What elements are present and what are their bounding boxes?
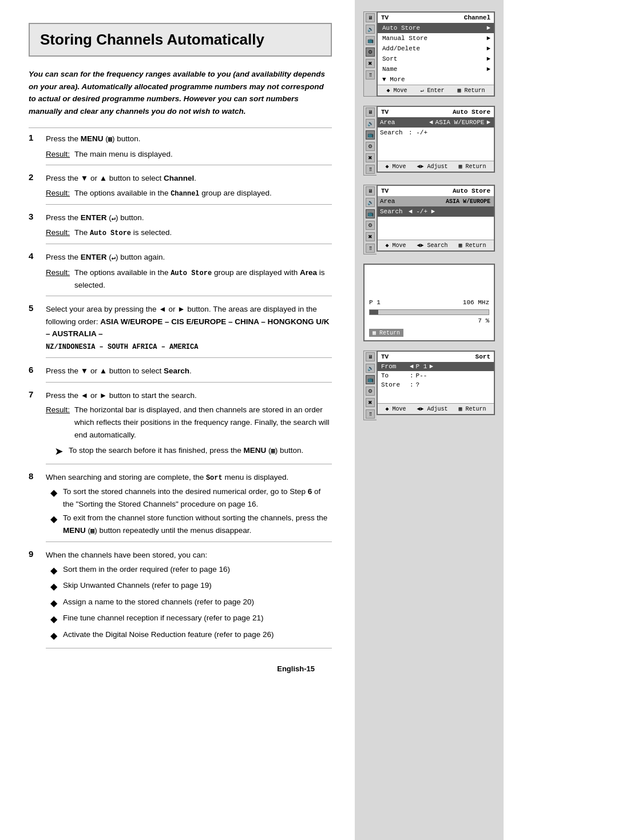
screen5-from-row: From ◄ P 1 ► [378, 362, 494, 371]
icon-channel: 📺 [366, 36, 375, 45]
screen5-store-label: Store [381, 381, 410, 388]
step-num-5: 5 [29, 303, 39, 363]
bullet-icon-9-3: ◆ [50, 596, 58, 611]
screen1-row-5: Name ► [378, 64, 494, 74]
result-label-2: Result: [46, 187, 70, 200]
icon5-speaker: 🔊 [366, 364, 375, 373]
step-3-result: Result: The Auto Store is selected. [46, 226, 332, 239]
screen3-area-value: ASIA W/EUROPE [446, 198, 490, 205]
step-6-instruction: Press the ▼ or ▲ button to select Search… [46, 365, 332, 377]
steps-list: 1 Press the MENU (▦) button. Result: The… [29, 133, 332, 652]
screen1-footer: ◆ Move ↵ Enter ▦ Return [378, 85, 494, 95]
icon-extra1: ✖ [366, 59, 375, 68]
progress-pct: 7 % [369, 317, 489, 324]
intro-paragraph: You can scan for the frequency ranges av… [29, 68, 332, 117]
screen5-footer: ◆ Move ◄► Adjust ▦ Return [378, 403, 494, 414]
page-footer: English-15 [29, 664, 332, 673]
bullet-icon-1: ◆ [50, 485, 58, 500]
step-9-bullet-1-text: Sort them in the order required (refer t… [63, 563, 230, 576]
step-1-instruction: Press the MENU (▦) button. [46, 133, 332, 145]
bullet-icon-9-2: ◆ [50, 579, 58, 594]
step-num-3: 3 [29, 212, 39, 249]
screen3-footer-search: ◄► Search [417, 242, 447, 249]
icon2-picture: 🖥 [366, 108, 375, 117]
step-1-content: Press the MENU (▦) button. Result: The m… [46, 133, 332, 170]
screen1-container: 🖥 🔊 📺 ⚙ ✖ ⣿ TV Channel Auto Store ► [363, 11, 495, 97]
screen4-freq: 106 MHz [463, 299, 489, 306]
step-3-content: Press the ENTER (↵) button. Result: The … [46, 212, 332, 249]
step-7-instruction: Press the ◄ or ► button to start the sea… [46, 389, 332, 402]
screen2-spacer [378, 138, 494, 161]
screen5-main: TV Sort From ◄ P 1 ► To : P-- Store : ? [377, 351, 495, 420]
screen2-main: TV Auto Store Area ◄ ASIA W/EUROPE ► Sea… [377, 106, 495, 176]
icon-extra2: ⣿ [366, 70, 375, 79]
icon3-picture: 🖥 [366, 186, 375, 196]
screen4-container: P 1 106 MHz 7 % ▦ Return [363, 264, 495, 341]
step-7-note-text: To stop the search before it has finishe… [69, 444, 303, 457]
screen3-header: TV Auto Store [378, 186, 494, 196]
icon3-channel: 📺 [366, 209, 375, 218]
step-num-7: 7 [29, 389, 39, 469]
screen3-search-value: ◄ -/+ ► [409, 208, 435, 215]
screen2-search-label: Search [380, 129, 409, 136]
screen5-from-label: From [381, 363, 410, 370]
step-9-bullet-2: ◆ Skip Unwanted Channels (refer to page … [50, 579, 332, 594]
screen3-area-label: Area [380, 198, 403, 205]
icon3-settings: ⚙ [366, 221, 375, 230]
bullet-icon-9-4: ◆ [50, 612, 58, 627]
icon3-extra2: ⣿ [366, 244, 375, 253]
screen2-search-value: : -/+ [409, 129, 427, 136]
screen5-tv: TV Sort From ◄ P 1 ► To : P-- Store : ? [377, 351, 495, 415]
sidebar: 🖥 🔊 📺 ⚙ ✖ ⣿ TV Channel Auto Store ► [355, 0, 504, 840]
screen3-search-row: Search ◄ -/+ ► [378, 206, 494, 217]
screen1-header-left: TV [381, 14, 389, 21]
step-6-content: Press the ▼ or ▲ button to select Search… [46, 365, 332, 387]
screen5-to-value: : P-- [410, 372, 490, 379]
screen2-footer: ◆ Move ◄► Adjust ▦ Return [378, 161, 494, 172]
screen1-row-4-label: Sort [382, 55, 486, 62]
step-2: 2 Press the ▼ or ▲ button to select Chan… [29, 172, 332, 209]
step-2-instruction: Press the ▼ or ▲ button to select Channe… [46, 172, 332, 185]
step-9-bullet-3-text: Assign a name to the stored channels (re… [63, 596, 254, 608]
screen3-main: TV Auto Store Area ASIA W/EUROPE Search … [377, 185, 495, 254]
screen5-header-left: TV [381, 353, 389, 360]
main-content: Storing Channels Automatically You can s… [0, 0, 355, 840]
step-8-bullet-2-text: To exit from the channel store function … [63, 512, 332, 537]
icon-settings: ⚙ [366, 47, 375, 57]
screen1-tv: TV Channel Auto Store ► Manual Store ► A… [377, 11, 495, 97]
step-9-bullet-2-text: Skip Unwanted Channels (refer to page 19… [63, 579, 212, 592]
screen4-progress: P 1 106 MHz 7 % ▦ Return [363, 264, 495, 341]
screen5-store-value: : ? [410, 381, 490, 388]
result-label-3: Result: [46, 226, 70, 239]
divider-5 [46, 357, 332, 358]
step-num-9: 9 [29, 549, 39, 653]
screen1-row-6: ▼ More [378, 74, 494, 85]
bullet-icon-9-1: ◆ [50, 563, 58, 578]
screen5-spacer [378, 389, 494, 403]
screen1-row-2-label: Manual Store [382, 35, 486, 42]
icon2-settings: ⚙ [366, 142, 375, 151]
step-num-4: 4 [29, 251, 39, 301]
icon5-extra2: ⣿ [366, 409, 375, 419]
screen5-to-label: To [381, 372, 410, 379]
screen1-footer-move: ◆ Move [386, 87, 407, 94]
screen3-tv: TV Auto Store Area ASIA W/EUROPE Search … [377, 185, 495, 252]
screen5-footer-return: ▦ Return [458, 405, 486, 412]
screen1-row-2: Manual Store ► [378, 33, 494, 43]
step-7: 7 Press the ◄ or ► button to start the s… [29, 389, 332, 469]
screen4-top-space [369, 270, 489, 299]
icon5-extra1: ✖ [366, 398, 375, 407]
screen1-header-right: Channel [464, 14, 490, 21]
page-number: English-15 [277, 664, 315, 673]
step-6: 6 Press the ▼ or ▲ button to select Sear… [29, 365, 332, 387]
step-9-content: When the channels have been stored, you … [46, 549, 332, 653]
step-1: 1 Press the MENU (▦) button. Result: The… [29, 133, 332, 170]
screen1-row-3-label: Add/Delete [382, 45, 486, 52]
step-1-result-text: The main menu is displayed. [74, 148, 173, 161]
divider-6 [46, 382, 332, 383]
step-3: 3 Press the ENTER (↵) button. Result: Th… [29, 212, 332, 249]
screen5-store-row: Store : ? [378, 380, 494, 389]
step-8: 8 When searching and storing are complet… [29, 471, 332, 547]
screen5-header-right: Sort [476, 353, 490, 360]
screen1-header: TV Channel [378, 13, 494, 23]
